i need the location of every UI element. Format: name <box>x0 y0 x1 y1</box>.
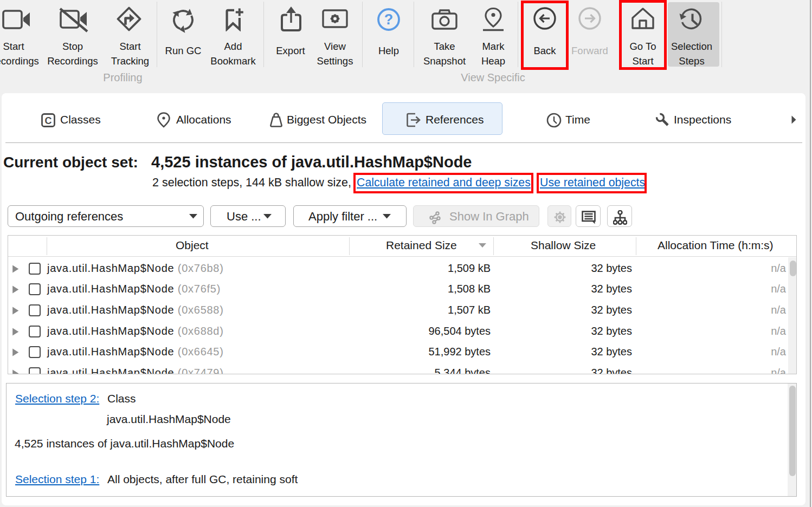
svg-text:C: C <box>45 115 52 126</box>
svg-text:?: ? <box>384 11 394 28</box>
